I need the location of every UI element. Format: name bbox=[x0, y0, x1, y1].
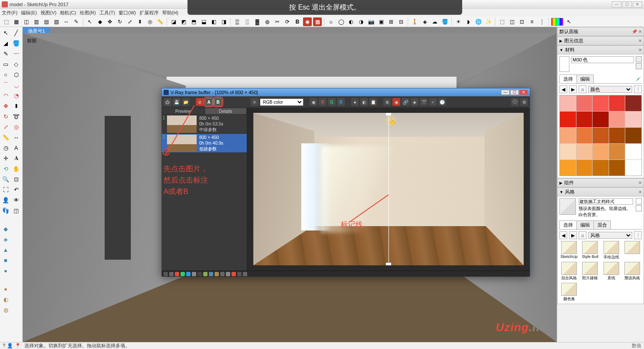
position-tool-icon[interactable]: 👤 bbox=[1, 195, 10, 205]
menu-extensions[interactable]: 扩展程序 bbox=[140, 10, 159, 16]
color-swatch[interactable] bbox=[560, 128, 576, 143]
tb-shadow-icon[interactable]: ◗ bbox=[464, 17, 473, 26]
vray-sphere-icon[interactable]: ● bbox=[1, 284, 10, 294]
sb-user-icon[interactable]: 👤 bbox=[7, 343, 13, 349]
entity-info-header[interactable]: ▶图元信息✕ bbox=[557, 36, 644, 45]
tb-globe-icon[interactable]: 🌐 bbox=[474, 17, 483, 26]
style-item[interactable]: 混合风格 bbox=[559, 262, 579, 281]
compare-divider-line[interactable] bbox=[388, 115, 389, 264]
look-tool-icon[interactable]: 👁 bbox=[11, 195, 21, 205]
style-item[interactable]: 直线 bbox=[602, 262, 621, 281]
sb-geo-icon[interactable]: 📍 bbox=[15, 343, 21, 349]
nav-fwd-icon[interactable]: ▶ bbox=[569, 85, 577, 93]
nav-back-icon[interactable]: ◀ bbox=[559, 85, 567, 93]
tb-dim-icon[interactable]: ↔ bbox=[62, 17, 71, 26]
arc3-tool-icon[interactable]: ◠ bbox=[1, 91, 10, 100]
vfb-info-icon[interactable]: ⓘ bbox=[511, 98, 519, 106]
color-swatch[interactable] bbox=[576, 128, 593, 143]
vfb-mono-icon[interactable]: ● bbox=[351, 98, 359, 106]
tb-sandbox3-icon[interactable]: ▓ bbox=[253, 17, 262, 26]
style-category-select[interactable]: 风格 bbox=[588, 232, 632, 239]
style-item[interactable]: 颜色集 bbox=[559, 283, 579, 302]
tb-layer4-icon[interactable]: ≡ bbox=[528, 17, 536, 26]
tb-warehouse-icon[interactable]: ☁ bbox=[430, 17, 439, 26]
shape1-icon[interactable]: ◆ bbox=[1, 224, 10, 234]
style-item[interactable]: SketchUp bbox=[559, 241, 579, 260]
tb-pushpull-icon[interactable]: ⬍ bbox=[136, 17, 144, 26]
line-tool-icon[interactable]: ╱ bbox=[11, 28, 21, 37]
offset-tool-icon[interactable]: ◎ bbox=[11, 122, 21, 132]
tb-left-icon[interactable]: ▧ bbox=[52, 17, 61, 26]
tb-scale-icon[interactable]: ⤢ bbox=[126, 17, 134, 26]
tb-render5-icon[interactable]: 📷 bbox=[367, 17, 375, 26]
walk-tool-icon[interactable]: 👣 bbox=[1, 206, 10, 215]
color-swatch[interactable] bbox=[625, 112, 641, 127]
vray-mesh-icon[interactable]: ◍ bbox=[1, 305, 10, 315]
color-swatch[interactable] bbox=[609, 112, 625, 127]
style-item[interactable]: 预设风格 bbox=[623, 262, 642, 281]
color-swatch[interactable] bbox=[576, 95, 593, 111]
shape3-icon[interactable]: ▲ bbox=[1, 245, 10, 254]
shape4-icon[interactable]: ■ bbox=[1, 255, 10, 265]
tb-tape-icon[interactable]: 📏 bbox=[156, 17, 164, 26]
vfb-region-icon[interactable]: ◉ bbox=[392, 98, 400, 106]
zoomwin-tool-icon[interactable]: ⊡ bbox=[11, 174, 21, 184]
vfb-tab-details[interactable]: Details bbox=[204, 108, 247, 115]
tb-text-icon[interactable]: ✎ bbox=[72, 17, 81, 26]
dim-tool-icon[interactable]: ↔ bbox=[11, 132, 21, 142]
orbit-tool-icon[interactable]: ⟲ bbox=[1, 164, 10, 173]
tb-render8-icon[interactable]: ⊟ bbox=[397, 17, 405, 26]
vfb-b-button[interactable]: B bbox=[337, 98, 345, 106]
color-swatch[interactable] bbox=[625, 160, 641, 176]
menu-draw[interactable]: 绘图(R) bbox=[80, 10, 96, 16]
tb-solid1-icon[interactable]: ◪ bbox=[169, 17, 178, 26]
material-default-icon[interactable] bbox=[636, 63, 642, 69]
tb-iso-icon[interactable]: ⬚ bbox=[2, 17, 10, 26]
color-swatch[interactable] bbox=[593, 128, 609, 143]
color-swatch[interactable] bbox=[609, 95, 625, 111]
tb-render4-icon[interactable]: ◑ bbox=[357, 17, 365, 26]
color-swatch[interactable] bbox=[593, 160, 609, 176]
style-nav-fwd-icon[interactable]: ▶ bbox=[569, 231, 577, 239]
tb-offset-icon[interactable]: ◎ bbox=[146, 17, 154, 26]
vfb-minimize-button[interactable]: — bbox=[501, 90, 510, 95]
color-swatch[interactable] bbox=[593, 144, 609, 159]
tb-sandbox1-icon[interactable]: ▒ bbox=[233, 17, 242, 26]
color-swatch[interactable] bbox=[560, 160, 576, 176]
pie-tool-icon[interactable]: ◔ bbox=[11, 91, 21, 100]
axes-tool-icon[interactable]: ✛ bbox=[1, 153, 10, 163]
color-swatch[interactable] bbox=[576, 144, 593, 159]
material-create-icon[interactable] bbox=[636, 56, 642, 62]
paint-tool-icon[interactable]: 🪣 bbox=[11, 38, 21, 48]
vfb-history-item-1[interactable]: 1 800 × 450 0h 0m 53.5s 中级参数 bbox=[162, 115, 247, 134]
rotrect-tool-icon[interactable]: ◇ bbox=[11, 59, 21, 69]
vfb-stamp-icon[interactable]: ✓ bbox=[429, 98, 437, 106]
style-item[interactable] bbox=[623, 241, 642, 260]
materials-tab-edit[interactable]: 编辑 bbox=[576, 75, 594, 83]
window-close-button[interactable]: ✕ bbox=[633, 1, 642, 7]
style-nav-back-icon[interactable]: ◀ bbox=[559, 231, 567, 239]
current-style-thumb[interactable] bbox=[559, 198, 576, 215]
color-swatch[interactable] bbox=[609, 128, 625, 143]
tb-render6-icon[interactable]: ▣ bbox=[377, 17, 385, 26]
vfb-link-icon[interactable]: 🔗 bbox=[402, 98, 409, 106]
section-tool-icon[interactable]: ◫ bbox=[11, 206, 21, 215]
tb-solid6-icon[interactable]: ◨ bbox=[219, 17, 228, 26]
styles-tab-mix[interactable]: 混合 bbox=[593, 220, 611, 229]
eraser-tool-icon[interactable]: ◢ bbox=[1, 38, 10, 48]
select-tool-icon[interactable]: ↖ bbox=[1, 28, 10, 37]
sb-help-icon[interactable]: ? bbox=[3, 343, 5, 349]
pan-tool-icon[interactable]: ✋ bbox=[11, 164, 21, 173]
vfb-correct-icon[interactable]: ◈ bbox=[411, 98, 419, 106]
material-name-input[interactable] bbox=[571, 56, 634, 63]
scale-tool-icon[interactable]: ⤢ bbox=[1, 122, 10, 132]
tb-rotate-icon[interactable]: ↻ bbox=[116, 17, 124, 26]
styles-header[interactable]: ▼风格✕ bbox=[557, 187, 644, 197]
arc2-tool-icon[interactable]: ◡ bbox=[11, 80, 21, 90]
vfb-power-icon[interactable]: ⏻ bbox=[164, 98, 171, 106]
tb-vray1-icon[interactable]: ◉ bbox=[303, 17, 312, 26]
tb-select-icon[interactable]: ↖ bbox=[85, 17, 94, 26]
vfb-maximize-button[interactable]: ☐ bbox=[510, 90, 519, 95]
tb-component-icon[interactable]: ◈ bbox=[420, 17, 429, 26]
vray-ies-icon[interactable]: ◐ bbox=[1, 295, 10, 304]
